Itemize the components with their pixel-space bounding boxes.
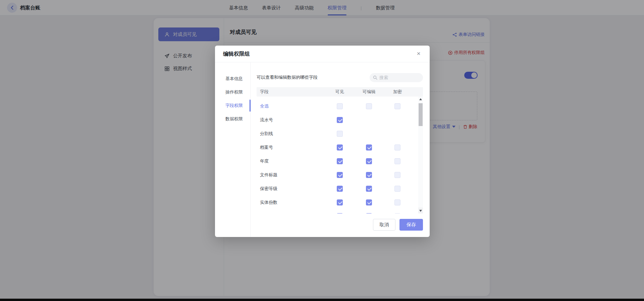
table-row: 分割线 xyxy=(257,127,423,140)
column-header-editable: 可编辑 xyxy=(354,89,384,95)
cell-visible xyxy=(325,103,354,109)
checkbox-visible[interactable] xyxy=(337,199,343,205)
table-row xyxy=(257,209,423,214)
modal-tab-field-permission[interactable]: 字段权限 xyxy=(215,99,250,112)
checkbox-visible[interactable] xyxy=(337,213,343,214)
checkbox-editable[interactable] xyxy=(366,199,372,205)
checkbox-encrypted[interactable] xyxy=(394,213,400,214)
select-all-link[interactable]: 全选 xyxy=(257,103,325,109)
checkbox-encrypted[interactable] xyxy=(394,103,400,109)
edit-permission-group-modal: 编辑权限组 × 基本信息 操作权限 字段权限 数据权限 可以查看和编辑数据的哪些… xyxy=(215,46,430,237)
cell-editable xyxy=(354,103,384,109)
checkbox-visible[interactable] xyxy=(337,172,343,178)
close-icon[interactable]: × xyxy=(414,46,424,62)
cell-encrypted xyxy=(384,186,411,192)
table-row: 档案号 xyxy=(257,140,423,154)
column-header-visible: 可见 xyxy=(325,89,354,95)
table-row: 流水号 xyxy=(257,113,423,127)
checkbox-visible[interactable] xyxy=(337,103,343,109)
cell-encrypted xyxy=(384,103,411,109)
cell-encrypted xyxy=(384,172,411,178)
column-header-field: 字段 xyxy=(257,89,325,95)
checkbox-editable[interactable] xyxy=(366,158,372,164)
field-table-body: 全选流水号分割线档案号年度文件标题保密等级实体份数 xyxy=(257,97,423,214)
modal-tab-list: 基本信息 操作权限 字段权限 数据权限 xyxy=(215,62,251,237)
table-row: 文件标题 xyxy=(257,168,423,182)
cell-visible xyxy=(325,144,354,150)
search-icon xyxy=(373,75,377,80)
modal-content: 可以查看和编辑数据的哪些字段 字段 可见 可编辑 加密 全选流水号分割线档案号年… xyxy=(257,62,423,237)
checkbox-encrypted[interactable] xyxy=(394,144,400,150)
cell-editable xyxy=(354,144,384,150)
cell-editable xyxy=(354,213,384,214)
table-row: 保密等级 xyxy=(257,182,423,195)
cell-encrypted xyxy=(384,158,411,164)
scrollbar-thumb[interactable] xyxy=(419,103,423,126)
field-label: 档案号 xyxy=(257,144,325,150)
modal-footer: 取消 保存 xyxy=(373,219,423,231)
modal-tab-data-permission[interactable]: 数据权限 xyxy=(215,112,250,126)
checkbox-visible[interactable] xyxy=(337,131,343,137)
field-label: 实体份数 xyxy=(257,199,325,205)
checkbox-editable[interactable] xyxy=(366,144,372,150)
cell-editable xyxy=(354,172,384,178)
checkbox-editable[interactable] xyxy=(366,213,372,214)
scroll-down-button[interactable] xyxy=(418,207,423,214)
cell-visible xyxy=(325,117,354,123)
cell-visible xyxy=(325,172,354,178)
checkbox-encrypted[interactable] xyxy=(394,158,400,164)
cell-visible xyxy=(325,186,354,192)
field-table-header: 字段 可见 可编辑 加密 xyxy=(257,87,423,97)
cell-encrypted xyxy=(384,144,411,150)
cell-visible xyxy=(325,131,354,137)
cell-visible xyxy=(325,158,354,164)
checkbox-encrypted[interactable] xyxy=(394,186,400,192)
scroll-up-button[interactable] xyxy=(418,97,423,102)
cell-encrypted xyxy=(384,199,411,205)
cell-editable xyxy=(354,186,384,192)
checkbox-encrypted[interactable] xyxy=(394,172,400,178)
modal-tab-basic-info[interactable]: 基本信息 xyxy=(215,72,250,85)
cell-editable xyxy=(354,158,384,164)
table-row: 全选 xyxy=(257,99,423,113)
table-row: 年度 xyxy=(257,154,423,168)
cell-editable xyxy=(354,199,384,205)
cell-visible xyxy=(325,213,354,214)
column-header-encrypted: 加密 xyxy=(384,89,411,95)
modal-header: 编辑权限组 × xyxy=(215,46,430,62)
cell-visible xyxy=(325,199,354,205)
checkbox-editable[interactable] xyxy=(366,186,372,192)
field-label: 保密等级 xyxy=(257,186,325,192)
checkbox-encrypted[interactable] xyxy=(394,199,400,205)
table-scrollbar xyxy=(418,97,423,214)
bottom-edge-strip xyxy=(0,299,644,301)
checkbox-visible[interactable] xyxy=(337,117,343,123)
field-label: 文件标题 xyxy=(257,172,325,178)
modal-tab-operation-permission[interactable]: 操作权限 xyxy=(215,85,250,99)
checkbox-visible[interactable] xyxy=(337,186,343,192)
cancel-button[interactable]: 取消 xyxy=(373,219,395,231)
checkbox-editable[interactable] xyxy=(366,103,372,109)
checkbox-visible[interactable] xyxy=(337,158,343,164)
field-label: 分割线 xyxy=(257,131,325,137)
search-input[interactable] xyxy=(379,75,416,80)
checkbox-visible[interactable] xyxy=(337,144,343,150)
field-label: 年度 xyxy=(257,158,325,164)
section-description: 可以查看和编辑数据的哪些字段 xyxy=(257,74,318,80)
field-label: 流水号 xyxy=(257,117,325,123)
checkbox-editable[interactable] xyxy=(366,172,372,178)
cell-encrypted xyxy=(384,213,411,214)
field-search[interactable] xyxy=(370,73,423,82)
save-button[interactable]: 保存 xyxy=(399,219,423,231)
modal-title: 编辑权限组 xyxy=(223,46,250,62)
table-row: 实体份数 xyxy=(257,195,423,209)
